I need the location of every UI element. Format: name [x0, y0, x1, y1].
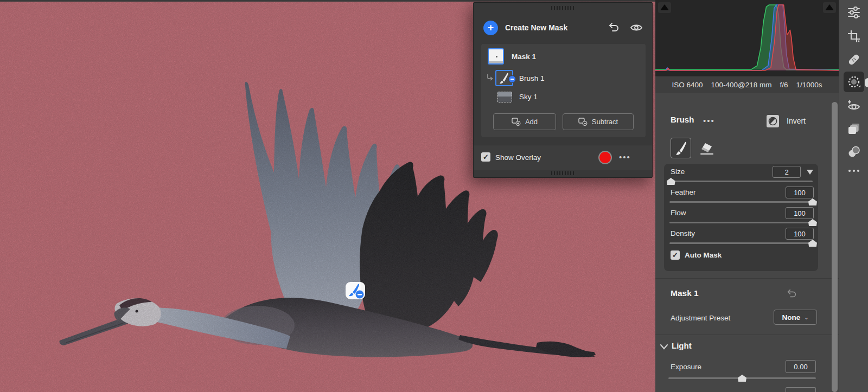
- mask-list-item-brush1[interactable]: Brush 1: [519, 74, 545, 82]
- adjustment-preset-label: Adjustment Preset: [671, 314, 730, 322]
- lens-blur-icon[interactable]: [847, 145, 861, 159]
- density-value[interactable]: 100: [786, 228, 814, 240]
- create-mask-plus-button[interactable]: +: [483, 21, 498, 35]
- overlay-more-icon[interactable]: •••: [619, 152, 631, 162]
- show-overlay-row: ✓ Show Overlay •••: [474, 145, 652, 170]
- red-eye-icon[interactable]: [847, 99, 861, 113]
- shutter-value: 1/1000s: [796, 81, 822, 89]
- feather-slider[interactable]: [669, 201, 813, 203]
- exposure-value[interactable]: 0.00: [786, 360, 816, 373]
- exif-info-bar: ISO 6400 100-400@218 mm f/6 1/1000s: [655, 76, 839, 93]
- feather-label: Feather: [671, 188, 696, 196]
- flow-value[interactable]: 100: [786, 207, 814, 219]
- invert-icon[interactable]: [766, 114, 780, 128]
- overlay-color-swatch[interactable]: [599, 152, 611, 163]
- next-value-box-partial: [786, 387, 816, 392]
- healing-icon[interactable]: [847, 53, 861, 67]
- flow-slider[interactable]: [669, 222, 813, 223]
- sky-1-thumbnail[interactable]: [497, 92, 512, 102]
- exposure-slider[interactable]: [668, 377, 816, 379]
- mask-list-item-mask1[interactable]: Mask 1: [512, 53, 536, 61]
- brush-more-icon[interactable]: •••: [703, 116, 715, 125]
- mask-list-item-sky1[interactable]: Sky 1: [519, 93, 538, 101]
- auto-mask-checkbox[interactable]: ✓: [671, 250, 680, 260]
- masks-floating-panel: + Create New Mask Mask 1 Brush 1: [473, 2, 653, 178]
- light-collapse-icon[interactable]: [660, 344, 668, 350]
- edit-sliders-icon[interactable]: [847, 5, 861, 20]
- undo-icon[interactable]: [607, 21, 620, 34]
- histogram[interactable]: [655, 0, 839, 76]
- tool-strip: [839, 0, 868, 392]
- edit-panel: ISO 6400 100-400@218 mm f/6 1/1000s Brus…: [655, 0, 839, 392]
- section-divider: [655, 335, 839, 335]
- subtract-shape-icon: [578, 118, 588, 126]
- highlight-clipping-icon[interactable]: [823, 2, 836, 13]
- indent-arrow-icon: [486, 73, 494, 82]
- size-slider[interactable]: [669, 181, 813, 182]
- eraser-tool-icon[interactable]: [699, 141, 715, 156]
- brush-1-icon[interactable]: [495, 70, 513, 86]
- panel-flyout-handle[interactable]: [865, 78, 868, 87]
- eye-icon[interactable]: [630, 21, 643, 34]
- density-slider[interactable]: [669, 242, 813, 244]
- size-label: Size: [671, 168, 685, 176]
- size-value[interactable]: 2: [773, 166, 801, 178]
- size-dropdown-icon[interactable]: [806, 169, 814, 175]
- iso-value: ISO 6400: [672, 81, 703, 89]
- shadow-clipping-icon[interactable]: [658, 2, 671, 13]
- section-divider: [655, 278, 839, 279]
- chevron-down-icon: ⌄: [804, 314, 808, 320]
- masking-icon[interactable]: [847, 75, 861, 89]
- flow-label: Flow: [671, 209, 686, 217]
- panel-scrollbar[interactable]: [832, 102, 838, 392]
- invert-label[interactable]: Invert: [787, 117, 806, 125]
- show-overlay-checkbox[interactable]: ✓: [481, 152, 490, 162]
- window-top-edge: [0, 0, 655, 2]
- more-tools-icon[interactable]: [847, 164, 861, 178]
- light-section-title[interactable]: Light: [672, 341, 692, 350]
- feather-value[interactable]: 100: [786, 187, 814, 198]
- panel-drag-handle[interactable]: [551, 6, 575, 10]
- density-label: Density: [671, 229, 695, 237]
- mask-1-thumbnail[interactable]: [488, 48, 504, 65]
- aperture-value: f/6: [780, 81, 788, 89]
- show-overlay-label: Show Overlay: [495, 153, 541, 162]
- subtract-button[interactable]: Subtract: [563, 113, 634, 130]
- panel-resize-handle[interactable]: [551, 171, 575, 175]
- brush-section-title: Brush: [671, 115, 694, 124]
- exposure-label: Exposure: [671, 363, 701, 371]
- crop-icon[interactable]: [847, 29, 861, 43]
- add-button[interactable]: Add: [493, 113, 556, 130]
- mask-settings-title: Mask 1: [671, 288, 699, 298]
- auto-mask-label: Auto Mask: [685, 251, 722, 259]
- brush-subtract-cursor: [345, 281, 367, 300]
- presets-icon[interactable]: [847, 122, 861, 136]
- add-shape-icon: [512, 118, 521, 126]
- adjustment-preset-dropdown[interactable]: None⌄: [774, 310, 817, 325]
- create-new-mask-label: Create New Mask: [505, 23, 567, 32]
- mask-list: Mask 1 Brush 1 Sky 1 Add: [481, 44, 646, 137]
- reset-icon[interactable]: [786, 288, 797, 299]
- brush-tool-button[interactable]: [671, 138, 691, 158]
- brush-settings-card: Size 2 Feather 100 Flow 100 Density 100 …: [664, 164, 818, 271]
- subtract-badge-icon: [508, 75, 516, 83]
- lens-value: 100-400@218 mm: [711, 81, 771, 89]
